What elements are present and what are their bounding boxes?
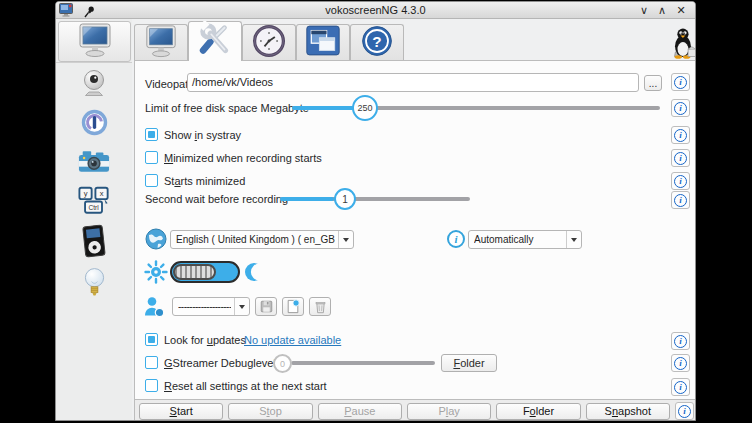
windows-icon	[305, 24, 341, 61]
updates-checkbox[interactable]	[145, 333, 158, 346]
logging-select[interactable]: Automatically	[468, 230, 582, 249]
systray-checkbox[interactable]	[145, 128, 158, 141]
sidebar-item-showclick[interactable]	[56, 267, 132, 298]
webcam-icon	[80, 69, 108, 97]
hotkeys-icon: y x Ctrl	[78, 186, 110, 215]
profile-select[interactable]: --------------------	[172, 297, 250, 316]
sidebar-item-webcam[interactable]	[56, 69, 132, 97]
start-button[interactable]: Start	[139, 403, 223, 420]
stop-button[interactable]: Stop	[228, 403, 312, 420]
sidebar-item-screencast[interactable]	[58, 21, 131, 62]
sidebar: y x Ctrl	[56, 19, 132, 420]
starts-minimized-checkbox[interactable]	[145, 174, 158, 187]
bottom-toolbar: Start Stop Pause Play Folder Snapshot i	[134, 399, 696, 421]
videopath-info-button[interactable]: i	[671, 73, 690, 91]
sidebar-item-screenshot[interactable]	[56, 149, 132, 174]
chevron-down-icon	[566, 231, 581, 248]
gstreamer-folder-button[interactable]: Folder	[441, 354, 497, 372]
logging-info-icon[interactable]: i	[447, 230, 465, 248]
reset-info-button[interactable]: i	[671, 378, 690, 396]
info-icon: i	[674, 194, 687, 207]
countdown-info-button[interactable]: i	[671, 191, 690, 209]
settings-panel: Videopath /home/vk/Videos ... i Limit of…	[134, 60, 696, 399]
sidebar-item-hotkeys[interactable]: y x Ctrl	[56, 186, 132, 215]
profile-delete-button[interactable]	[309, 297, 331, 316]
gstreamer-slider-track[interactable]	[291, 361, 435, 365]
reset-label: Reset all settings at the next start	[164, 378, 327, 394]
lightbulb-icon	[83, 267, 106, 298]
info-icon: i	[674, 381, 687, 394]
theme-toggle[interactable]	[170, 261, 240, 283]
clock-icon	[251, 23, 287, 63]
info-icon: i	[674, 357, 687, 370]
update-status-link[interactable]: No update available	[244, 332, 341, 348]
info-icon: i	[674, 102, 687, 115]
gstreamer-info-button[interactable]: i	[671, 354, 690, 372]
maximize-button[interactable]: ∧	[655, 4, 669, 17]
starts-minimized-label: Starts minimized	[164, 173, 245, 189]
pause-button[interactable]: Pause	[318, 403, 402, 420]
bottombar-info-button[interactable]: i	[675, 402, 694, 420]
starts-minimized-info-button[interactable]: i	[671, 172, 690, 190]
disk-limit-slider-handle[interactable]: 250	[352, 95, 378, 121]
tab-timer[interactable]	[242, 24, 296, 60]
profile-save-button[interactable]	[255, 297, 277, 316]
reset-checkbox[interactable]	[145, 379, 158, 392]
updates-info-button[interactable]: i	[671, 332, 690, 350]
theme-toggle-handle[interactable]	[173, 264, 216, 280]
videopath-browse-button[interactable]: ...	[644, 75, 662, 91]
disk-limit-label: Limit of free disk space Megabyte	[145, 100, 309, 116]
svg-text:?: ?	[372, 33, 381, 50]
tab-settings-selected[interactable]	[188, 21, 242, 61]
info-icon: i	[674, 335, 687, 348]
tab-windows[interactable]	[296, 24, 350, 60]
titlebar[interactable]: vokoscreenNG 4.3.0 ∨ ∧ ✕	[56, 2, 695, 19]
folder-button[interactable]: Folder	[496, 403, 580, 420]
gstreamer-checkbox[interactable]	[145, 356, 158, 369]
minimized-start-label: Minimized when recording starts	[164, 150, 322, 166]
gstreamer-label: GStreamer Debuglevel	[164, 355, 276, 371]
tab-help[interactable]: ?	[350, 24, 404, 60]
countdown-label: Second wait before recording	[145, 191, 288, 207]
camera-icon	[78, 149, 110, 174]
gstreamer-slider-handle[interactable]: 0	[273, 354, 292, 373]
vokoscreen-window: vokoscreenNG 4.3.0 ∨ ∧ ✕	[55, 1, 696, 421]
help-icon: ?	[359, 23, 395, 63]
tab-screencast[interactable]	[134, 24, 188, 60]
countdown-slider-fill	[280, 197, 334, 201]
info-icon: i	[674, 175, 687, 188]
minimized-start-checkbox[interactable]	[145, 151, 158, 164]
minimized-start-info-button[interactable]: i	[671, 149, 690, 167]
profile-new-button[interactable]	[282, 297, 304, 316]
snapshot-button[interactable]: Snapshot	[586, 403, 670, 420]
trash-icon	[314, 300, 327, 314]
language-select[interactable]: English ( United Kingdom ) ( en_GB )	[170, 230, 354, 249]
systray-info-button[interactable]: i	[671, 126, 690, 144]
desktop-background: vokoscreenNG 4.3.0 ∨ ∧ ✕	[0, 0, 752, 423]
videopath-input[interactable]: /home/vk/Videos	[187, 73, 639, 92]
monitor-icon	[142, 24, 180, 62]
minimize-button[interactable]: ∨	[637, 4, 651, 17]
info-icon: i	[674, 76, 687, 89]
systray-label: Show in systray	[164, 127, 241, 143]
media-player-icon	[79, 224, 108, 260]
disk-limit-slider-fill	[292, 106, 354, 110]
power-icon	[81, 109, 108, 136]
tools-icon	[196, 21, 234, 63]
svg-text:Ctrl: Ctrl	[88, 204, 99, 211]
sidebar-item-player[interactable]	[56, 225, 132, 258]
sun-icon	[144, 260, 168, 288]
countdown-slider-handle[interactable]: 1	[334, 188, 356, 210]
sidebar-separator	[56, 62, 132, 63]
window-title: vokoscreenNG 4.3.0	[56, 4, 695, 16]
play-button[interactable]: Play	[407, 403, 491, 420]
profile-person-icon	[143, 296, 165, 322]
sidebar-item-power[interactable]	[56, 109, 132, 136]
info-icon: i	[674, 129, 687, 142]
info-icon: i	[674, 152, 687, 165]
disk-limit-info-button[interactable]: i	[671, 99, 690, 117]
close-button[interactable]: ✕	[674, 4, 688, 17]
chevron-down-icon	[234, 298, 249, 315]
chevron-down-icon	[338, 231, 353, 248]
tux-penguin-icon	[668, 27, 696, 64]
